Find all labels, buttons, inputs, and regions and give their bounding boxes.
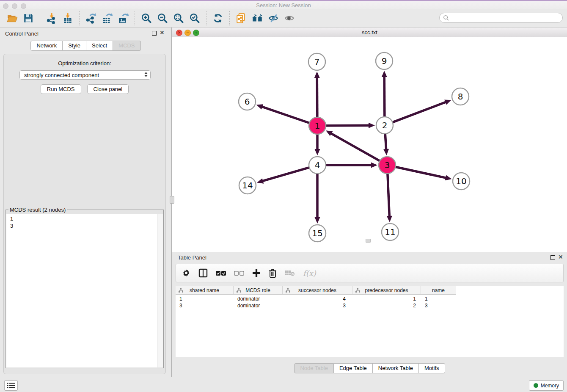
toolbar-separator: [79, 11, 80, 25]
graph-edge-arrowhead: [315, 217, 320, 224]
graph-edge-3-1[interactable]: [330, 133, 380, 161]
settings-gear-icon[interactable]: [182, 269, 190, 277]
graph-edge-2-9[interactable]: [384, 76, 385, 117]
graph-edge-3-11[interactable]: [388, 174, 390, 217]
graph-edge-2-8[interactable]: [393, 102, 446, 122]
refresh-layout-icon[interactable]: [212, 12, 224, 25]
graph-node-label: 15: [312, 228, 322, 238]
hierarchy-icon: [286, 288, 290, 293]
tab-network[interactable]: Network: [30, 41, 63, 51]
tab-network-table[interactable]: Network Table: [373, 363, 419, 373]
tab-mcds[interactable]: MCDS: [113, 41, 140, 51]
zoom-in-icon[interactable]: [140, 12, 153, 25]
table-cell[interactable]: 1: [421, 295, 456, 302]
tab-node-table[interactable]: Node Table: [294, 363, 334, 373]
close-table-panel-icon[interactable]: ✕: [558, 254, 563, 260]
home-network-icon[interactable]: [251, 12, 264, 25]
node-table-header: shared name MCDS role successor nodes pr…: [176, 286, 456, 295]
table-row[interactable]: 3dominator323: [176, 302, 564, 309]
tab-select[interactable]: Select: [86, 41, 113, 51]
table-cell[interactable]: 3: [421, 302, 456, 309]
close-panel-button[interactable]: Close panel: [87, 84, 129, 94]
network-canvas[interactable]: 7968124314101511: [172, 37, 567, 252]
column-view-icon[interactable]: [198, 268, 208, 278]
titlebar-accent-strip: [0, 0, 567, 1]
table-cell[interactable]: 1: [176, 295, 234, 302]
network-window-titlebar[interactable]: ✕ − ＋ scc.txt: [172, 28, 567, 37]
export-image-icon[interactable]: [117, 12, 129, 25]
clone-network-icon[interactable]: [235, 12, 248, 25]
graph-edge-1-6[interactable]: [261, 107, 309, 123]
graph-node-label: 1: [315, 121, 320, 131]
memory-button[interactable]: Memory: [529, 380, 564, 391]
graph-edge-1-2[interactable]: [326, 125, 369, 126]
table-panel-title: Table Panel: [178, 254, 206, 261]
import-table-icon[interactable]: [61, 12, 74, 25]
export-table-icon[interactable]: [101, 12, 113, 25]
save-session-icon[interactable]: [22, 12, 35, 25]
graph-edge-arrowhead: [256, 104, 263, 109]
column-header-predecessor-nodes[interactable]: predecessor nodes: [352, 286, 421, 294]
mcds-result-area[interactable]: 1 3: [6, 214, 163, 367]
table-cell[interactable]: 3: [283, 302, 352, 309]
hide-selected-eye-icon[interactable]: [267, 12, 280, 25]
toolbar-separator: [135, 11, 135, 25]
delete-column-icon[interactable]: [269, 269, 277, 278]
status-bar: Memory: [0, 377, 567, 392]
table-cell[interactable]: 1: [352, 295, 421, 302]
graph-edge-3-10[interactable]: [396, 167, 446, 178]
graph-edge-4-14[interactable]: [262, 168, 309, 181]
column-header-name[interactable]: name: [421, 286, 456, 294]
canvas-split-grip[interactable]: [366, 239, 371, 243]
delete-table-icon[interactable]: [285, 270, 295, 276]
add-column-icon[interactable]: [252, 269, 261, 277]
import-network-icon[interactable]: [45, 12, 58, 25]
panel-split-grip[interactable]: [170, 196, 174, 204]
show-hidden-eye-icon[interactable]: [283, 12, 296, 25]
table-panel-tabs: Node Table Edge Table Network Table Moti…: [172, 363, 567, 373]
zoom-out-icon[interactable]: [156, 12, 169, 25]
toolbar-separator: [40, 11, 40, 25]
tab-style[interactable]: Style: [63, 41, 86, 51]
result-scrollbar[interactable]: [157, 214, 163, 367]
table-cell[interactable]: dominator: [234, 302, 283, 309]
tab-edge-table[interactable]: Edge Table: [334, 363, 373, 373]
table-cell[interactable]: 3: [176, 302, 234, 309]
export-network-icon[interactable]: [85, 12, 97, 25]
graph-edge-1-7[interactable]: [317, 77, 317, 117]
graph-edge-arrowhead: [445, 175, 451, 181]
graph-node-label: 8: [458, 91, 463, 102]
column-header-mcds-role[interactable]: MCDS role: [234, 286, 283, 294]
table-cell[interactable]: 2: [352, 302, 421, 309]
table-row[interactable]: 1dominator411: [176, 295, 564, 302]
tab-motifs[interactable]: Motifs: [419, 363, 445, 373]
float-table-panel-icon[interactable]: [550, 255, 555, 260]
select-all-checkboxes-icon[interactable]: [216, 271, 226, 276]
task-list-icon: [7, 382, 15, 389]
graph-edge-2-3[interactable]: [385, 134, 386, 150]
table-cell[interactable]: 4: [283, 295, 352, 302]
deselect-all-checkboxes-icon[interactable]: [234, 271, 244, 276]
os-titlebar: Session: New Session: [0, 0, 567, 10]
graph-edge-arrowhead: [369, 123, 375, 128]
graph-node-label: 10: [456, 176, 466, 186]
open-session-icon[interactable]: [6, 12, 19, 25]
criterion-select[interactable]: strongly connected component: [19, 70, 151, 80]
close-panel-icon[interactable]: ✕: [160, 29, 165, 36]
column-header-shared-name[interactable]: shared name: [176, 286, 234, 294]
zoom-fit-icon[interactable]: [172, 12, 185, 25]
graph-node-label: 9: [382, 56, 387, 66]
column-header-successor-nodes[interactable]: successor nodes: [283, 286, 352, 294]
graph-edge-arrowhead: [314, 72, 320, 78]
mcds-panel: Optimization criterion: strongly connect…: [3, 54, 166, 374]
function-builder-icon[interactable]: f(x): [303, 269, 316, 278]
run-mcds-button[interactable]: Run MCDS: [41, 84, 81, 94]
graph-node-label: 6: [245, 97, 250, 107]
search-input[interactable]: [439, 13, 563, 23]
zoom-selected-icon[interactable]: [188, 12, 201, 25]
memory-status-icon: [534, 383, 538, 388]
table-cell[interactable]: dominator: [234, 295, 283, 302]
task-history-button[interactable]: [4, 380, 18, 391]
mcds-result-line: 3: [10, 222, 163, 229]
float-panel-icon[interactable]: [152, 31, 157, 36]
